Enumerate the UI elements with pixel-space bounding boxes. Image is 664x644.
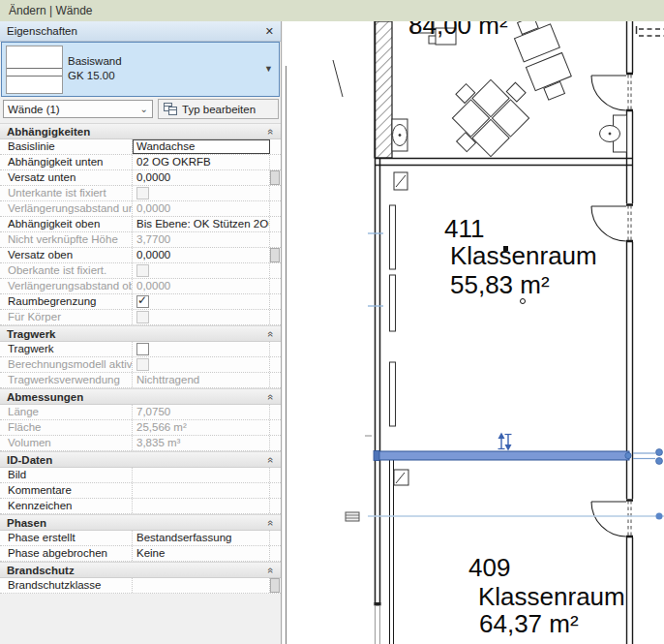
property-label: Oberkante ist fixiert. [0, 263, 133, 278]
property-value [133, 310, 270, 324]
checkbox[interactable] [136, 295, 149, 308]
panel-title: Eigenschaften [7, 25, 77, 37]
property-row: Volumen3,835 m³ [0, 436, 281, 451]
collapse-chevron-icon[interactable]: « [265, 128, 277, 134]
property-value[interactable]: Keine [133, 546, 270, 561]
property-value[interactable]: Bis Ebene: OK Stützen 2OG [133, 217, 270, 231]
property-row: Bild [0, 468, 281, 483]
property-value: 3,835 m³ [133, 436, 270, 450]
property-row: Oberkante ist fixiert. [0, 263, 281, 279]
checkbox[interactable] [136, 343, 149, 355]
row-side-box[interactable] [270, 248, 280, 262]
property-label: Bild [0, 468, 133, 482]
tag-anchor-circle [521, 299, 526, 304]
checkbox [136, 358, 149, 371]
section-header[interactable]: Abhängigkeiten« [0, 123, 281, 139]
property-row: Versatz unten0,0000 [0, 170, 281, 186]
property-label: Phase abgebrochen [0, 546, 133, 561]
furniture[interactable] [412, 21, 577, 166]
collapse-chevron-icon[interactable]: « [265, 567, 277, 572]
ribbon-context-bar: Ändern | Wände [0, 0, 664, 21]
room-411-name[interactable]: Klassenraum [450, 241, 597, 270]
property-row: Verlängerungsabstand oben0,0000 [0, 279, 281, 294]
section-header[interactable]: Phasen« [0, 514, 281, 531]
edit-type-label: Typ bearbeiten [182, 104, 256, 115]
room-411-area[interactable]: 55,83 m² [450, 270, 550, 299]
property-value[interactable] [133, 499, 270, 513]
property-label: Abhängigkeit oben [0, 217, 133, 231]
edit-type-button[interactable]: Typ bearbeiten [158, 99, 279, 119]
section-label: Phasen [7, 517, 46, 529]
property-label: Basislinie [0, 139, 133, 154]
room-409-area[interactable]: 64,37 m² [479, 609, 579, 638]
property-value[interactable] [133, 483, 270, 498]
plan-canvas[interactable]: 84,00 m² 411 Klassenraum 55,83 m² 409 Kl… [283, 21, 664, 644]
property-row: Tragwerk [0, 342, 281, 357]
context-tab-label[interactable]: Ändern | Wände [9, 4, 93, 17]
flip-wall-control[interactable] [498, 433, 512, 451]
property-row: BasislinieWandachse [0, 139, 281, 155]
section-label: Tragwerk [7, 328, 56, 340]
property-value: 25,566 m² [133, 420, 270, 435]
property-value[interactable]: 0,0000 [133, 170, 270, 185]
property-value[interactable] [133, 468, 270, 482]
property-row: Versatz oben0,0000 [0, 248, 281, 263]
property-row: Phase erstelltBestandserfassung [0, 531, 281, 546]
row-side-box[interactable] [270, 170, 280, 185]
property-label: Für Körper [0, 310, 133, 324]
close-icon[interactable]: ✕ [265, 25, 274, 38]
section-header[interactable]: Tragwerk« [0, 325, 281, 342]
property-value[interactable]: Bestandserfassung [133, 531, 270, 545]
property-value [133, 186, 270, 200]
property-label: Verlängerungsabstand unt... [0, 201, 133, 216]
properties-palette: Eigenschaften ✕ Basiswand GK 15.00 ▼ Wän… [0, 21, 282, 644]
property-label: Versatz unten [0, 170, 133, 185]
property-label: Nicht verknüpfte Höhe [0, 232, 133, 247]
property-row: Für Körper [0, 310, 281, 325]
door-opening-dashes [628, 75, 631, 536]
section-header[interactable]: Brandschutz« [0, 562, 281, 578]
dropdown-arrow-icon[interactable]: ▼ [264, 64, 273, 74]
property-value [133, 263, 270, 278]
property-value[interactable]: 0,0000 [133, 248, 270, 262]
selected-wall[interactable] [374, 449, 663, 465]
room-409-name[interactable]: Klassenraum [478, 582, 625, 611]
property-row: Unterkante ist fixiert [0, 186, 281, 201]
property-value: Nichttragend [133, 373, 270, 387]
property-value[interactable]: Wandachse [133, 139, 270, 154]
section-header[interactable]: ID-Daten« [0, 451, 281, 468]
room-409-number[interactable]: 409 [468, 553, 510, 582]
property-label: Versatz oben [0, 248, 133, 262]
checkbox [136, 264, 149, 277]
property-row: Kommentare [0, 483, 281, 499]
row-side-box[interactable] [270, 578, 280, 593]
property-row: Fläche25,566 m² [0, 420, 281, 436]
shaft-symbols [394, 172, 408, 485]
property-label: Verlängerungsabstand oben [0, 279, 133, 293]
filter-row: Wände (1) ⌄ Typ bearbeiten [0, 98, 281, 122]
room-411-number[interactable]: 411 [444, 214, 484, 243]
drag-handle [656, 449, 663, 456]
properties-titlebar[interactable]: Eigenschaften ✕ [0, 21, 281, 42]
section-label: Abhängigkeiten [7, 126, 90, 138]
property-row: Berechnungsmodell aktivi... [0, 357, 281, 373]
type-name-label: GK 15.00 [68, 69, 122, 83]
room-area-label-clipped: 84,00 m² [408, 21, 508, 40]
wall-panels[interactable] [390, 205, 396, 426]
property-row: Kennzeichen [0, 499, 281, 514]
collapse-chevron-icon[interactable]: « [265, 519, 277, 525]
property-label: Volumen [0, 436, 133, 450]
type-selector[interactable]: Basiswand GK 15.00 ▼ [1, 42, 280, 97]
section-label: ID-Daten [7, 454, 52, 466]
property-label: Tragwerksverwendung [0, 373, 133, 387]
property-row: Verlängerungsabstand unt...0,0000 [0, 201, 281, 217]
section-header[interactable]: Abmessungen« [0, 388, 281, 405]
property-label: Phase erstellt [0, 531, 133, 545]
property-value[interactable]: 02 OG OKRFB [133, 155, 270, 169]
collapse-chevron-icon[interactable]: « [265, 330, 277, 336]
collapse-chevron-icon[interactable]: « [265, 393, 277, 399]
collapse-chevron-icon[interactable]: « [265, 456, 277, 462]
property-value[interactable] [133, 578, 270, 593]
element-filter-combo[interactable]: Wände (1) ⌄ [3, 100, 153, 118]
property-label: Abhängigkeit unten [0, 155, 133, 169]
